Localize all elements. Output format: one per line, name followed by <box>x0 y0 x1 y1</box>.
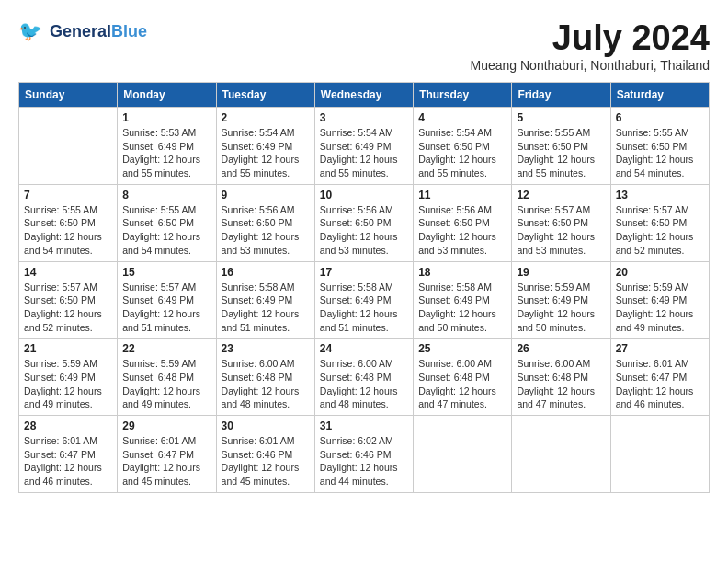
logo-icon: 🐦 <box>18 18 46 46</box>
day-info: Sunrise: 5:56 AMSunset: 6:50 PMDaylight:… <box>222 203 310 258</box>
table-row: 8Sunrise: 5:55 AMSunset: 6:50 PMDaylight… <box>118 184 216 261</box>
day-number: 5 <box>517 111 605 124</box>
calendar-week-row: 14Sunrise: 5:57 AMSunset: 6:50 PMDayligh… <box>19 261 710 339</box>
day-number: 18 <box>418 266 506 279</box>
table-row: 15Sunrise: 5:57 AMSunset: 6:49 PMDayligh… <box>118 261 216 339</box>
day-info: Sunrise: 5:53 AMSunset: 6:49 PMDaylight:… <box>122 126 210 180</box>
day-info: Sunrise: 5:58 AMSunset: 6:49 PMDaylight:… <box>418 281 506 335</box>
calendar-week-row: 21Sunrise: 5:59 AMSunset: 6:49 PMDayligh… <box>19 339 710 416</box>
table-row: 26Sunrise: 6:00 AMSunset: 6:48 PMDayligh… <box>512 339 610 416</box>
day-info: Sunrise: 5:55 AMSunset: 6:50 PMDaylight:… <box>616 126 704 180</box>
table-row: 30Sunrise: 6:01 AMSunset: 6:46 PMDayligh… <box>216 416 314 493</box>
table-row: 12Sunrise: 5:57 AMSunset: 6:50 PMDayligh… <box>512 184 610 261</box>
day-info: Sunrise: 6:01 AMSunset: 6:46 PMDaylight:… <box>222 434 310 488</box>
day-number: 6 <box>616 111 704 124</box>
day-number: 19 <box>517 266 605 279</box>
table-row: 6Sunrise: 5:55 AMSunset: 6:50 PMDaylight… <box>610 108 709 185</box>
day-info: Sunrise: 5:57 AMSunset: 6:50 PMDaylight:… <box>517 203 605 258</box>
table-row: 13Sunrise: 5:57 AMSunset: 6:50 PMDayligh… <box>610 184 709 261</box>
day-number: 1 <box>122 111 210 124</box>
day-info: Sunrise: 6:01 AMSunset: 6:47 PMDaylight:… <box>24 434 112 488</box>
day-info: Sunrise: 5:58 AMSunset: 6:49 PMDaylight:… <box>320 281 408 335</box>
day-number: 8 <box>122 189 210 201</box>
day-info: Sunrise: 5:55 AMSunset: 6:50 PMDaylight:… <box>122 203 210 258</box>
table-row: 5Sunrise: 5:55 AMSunset: 6:50 PMDaylight… <box>512 108 610 185</box>
day-number: 7 <box>24 189 112 201</box>
table-row: 25Sunrise: 6:00 AMSunset: 6:48 PMDayligh… <box>414 339 512 416</box>
table-row: 31Sunrise: 6:02 AMSunset: 6:46 PMDayligh… <box>314 416 413 493</box>
table-row <box>19 108 118 185</box>
day-number: 22 <box>122 342 210 355</box>
day-number: 29 <box>122 419 210 432</box>
col-friday: Friday <box>512 83 610 108</box>
day-number: 2 <box>222 111 310 124</box>
day-number: 20 <box>616 266 704 279</box>
day-number: 21 <box>24 342 112 355</box>
table-row: 29Sunrise: 6:01 AMSunset: 6:47 PMDayligh… <box>118 416 216 493</box>
day-info: Sunrise: 6:00 AMSunset: 6:48 PMDaylight:… <box>418 357 506 411</box>
day-info: Sunrise: 5:59 AMSunset: 6:48 PMDaylight:… <box>122 357 210 411</box>
day-info: Sunrise: 5:59 AMSunset: 6:49 PMDaylight:… <box>616 281 704 335</box>
day-number: 4 <box>418 111 506 124</box>
calendar-week-row: 1Sunrise: 5:53 AMSunset: 6:49 PMDaylight… <box>19 108 710 185</box>
table-row: 14Sunrise: 5:57 AMSunset: 6:50 PMDayligh… <box>19 261 118 339</box>
day-info: Sunrise: 6:00 AMSunset: 6:48 PMDaylight:… <box>222 357 310 411</box>
day-number: 28 <box>24 419 112 432</box>
day-number: 26 <box>517 342 605 355</box>
day-info: Sunrise: 5:57 AMSunset: 6:49 PMDaylight:… <box>122 281 210 335</box>
day-info: Sunrise: 5:56 AMSunset: 6:50 PMDaylight:… <box>418 203 506 258</box>
day-info: Sunrise: 5:57 AMSunset: 6:50 PMDaylight:… <box>24 281 112 335</box>
col-wednesday: Wednesday <box>314 83 413 108</box>
month-title: July 2024 <box>471 18 710 58</box>
table-row: 4Sunrise: 5:54 AMSunset: 6:50 PMDaylight… <box>414 108 512 185</box>
day-number: 23 <box>222 342 310 355</box>
table-row: 18Sunrise: 5:58 AMSunset: 6:49 PMDayligh… <box>414 261 512 339</box>
day-number: 12 <box>517 189 605 201</box>
table-row: 20Sunrise: 5:59 AMSunset: 6:49 PMDayligh… <box>610 261 709 339</box>
day-info: Sunrise: 5:54 AMSunset: 6:49 PMDaylight:… <box>222 126 310 180</box>
table-row: 3Sunrise: 5:54 AMSunset: 6:49 PMDaylight… <box>314 108 413 185</box>
location-subtitle: Mueang Nonthaburi, Nonthaburi, Thailand <box>471 58 710 73</box>
day-info: Sunrise: 5:55 AMSunset: 6:50 PMDaylight:… <box>517 126 605 180</box>
day-info: Sunrise: 6:01 AMSunset: 6:47 PMDaylight:… <box>122 434 210 488</box>
day-info: Sunrise: 6:00 AMSunset: 6:48 PMDaylight:… <box>517 357 605 411</box>
day-number: 3 <box>320 111 408 124</box>
calendar-week-row: 7Sunrise: 5:55 AMSunset: 6:50 PMDaylight… <box>19 184 710 261</box>
day-info: Sunrise: 5:59 AMSunset: 6:49 PMDaylight:… <box>517 281 605 335</box>
day-number: 14 <box>24 266 112 279</box>
table-row: 28Sunrise: 6:01 AMSunset: 6:47 PMDayligh… <box>19 416 118 493</box>
table-row <box>512 416 610 493</box>
col-sunday: Sunday <box>19 83 118 108</box>
table-row: 11Sunrise: 5:56 AMSunset: 6:50 PMDayligh… <box>414 184 512 261</box>
table-row: 22Sunrise: 5:59 AMSunset: 6:48 PMDayligh… <box>118 339 216 416</box>
day-number: 15 <box>122 266 210 279</box>
col-monday: Monday <box>118 83 216 108</box>
table-row: 2Sunrise: 5:54 AMSunset: 6:49 PMDaylight… <box>216 108 314 185</box>
title-block: July 2024 Mueang Nonthaburi, Nonthaburi,… <box>471 18 710 73</box>
day-number: 11 <box>418 189 506 201</box>
day-info: Sunrise: 5:57 AMSunset: 6:50 PMDaylight:… <box>616 203 704 258</box>
table-row <box>610 416 709 493</box>
table-row: 24Sunrise: 6:00 AMSunset: 6:48 PMDayligh… <box>314 339 413 416</box>
day-info: Sunrise: 5:59 AMSunset: 6:49 PMDaylight:… <box>24 357 112 411</box>
table-row: 21Sunrise: 5:59 AMSunset: 6:49 PMDayligh… <box>19 339 118 416</box>
col-tuesday: Tuesday <box>216 83 314 108</box>
day-info: Sunrise: 5:54 AMSunset: 6:49 PMDaylight:… <box>320 126 408 180</box>
table-row: 17Sunrise: 5:58 AMSunset: 6:49 PMDayligh… <box>314 261 413 339</box>
day-info: Sunrise: 5:55 AMSunset: 6:50 PMDaylight:… <box>24 203 112 258</box>
day-number: 9 <box>222 189 310 201</box>
table-row: 19Sunrise: 5:59 AMSunset: 6:49 PMDayligh… <box>512 261 610 339</box>
col-thursday: Thursday <box>414 83 512 108</box>
day-number: 10 <box>320 189 408 201</box>
day-number: 25 <box>418 342 506 355</box>
day-number: 17 <box>320 266 408 279</box>
col-saturday: Saturday <box>610 83 709 108</box>
table-row: 23Sunrise: 6:00 AMSunset: 6:48 PMDayligh… <box>216 339 314 416</box>
table-row: 7Sunrise: 5:55 AMSunset: 6:50 PMDaylight… <box>19 184 118 261</box>
day-number: 16 <box>222 266 310 279</box>
day-info: Sunrise: 6:02 AMSunset: 6:46 PMDaylight:… <box>320 434 408 488</box>
day-number: 24 <box>320 342 408 355</box>
logo: 🐦 GeneralBlue <box>18 18 147 46</box>
page-header: 🐦 GeneralBlue July 2024 Mueang Nonthabur… <box>18 18 710 73</box>
table-row: 9Sunrise: 5:56 AMSunset: 6:50 PMDaylight… <box>216 184 314 261</box>
